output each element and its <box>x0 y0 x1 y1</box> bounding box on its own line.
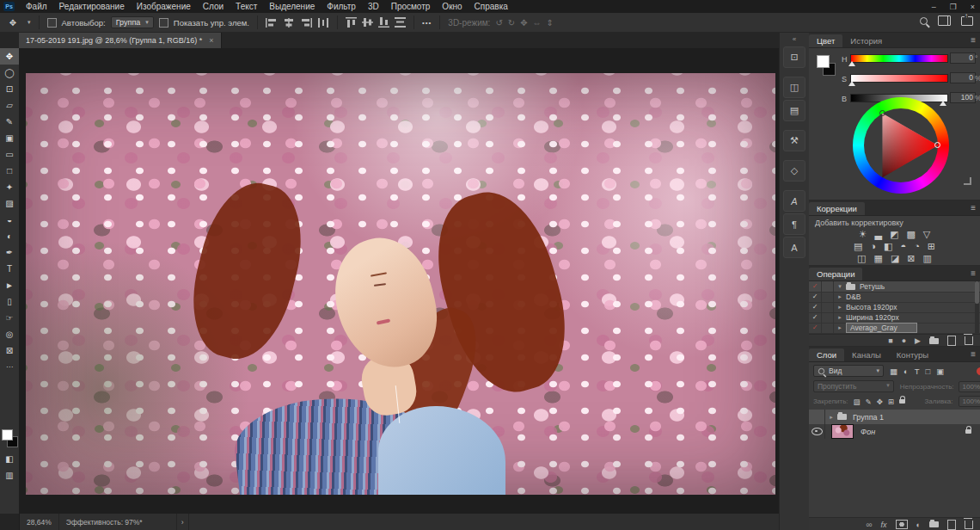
zoom-tool[interactable]: ◎ <box>0 326 19 342</box>
dodge-tool[interactable]: ◐ <box>0 228 19 244</box>
begin-recording-icon[interactable]: ● <box>902 336 906 345</box>
fill-value[interactable]: 100% <box>959 396 980 407</box>
action-dialog-toggle[interactable] <box>822 323 834 333</box>
screen-mode-button[interactable]: ▥ <box>0 467 19 484</box>
close-tab-icon[interactable]: × <box>209 36 213 45</box>
current-tool-icon[interactable]: ✥ <box>3 15 22 30</box>
tab-history[interactable]: История <box>842 34 890 47</box>
align-left-icon[interactable] <box>266 18 278 28</box>
delete-layer-icon[interactable] <box>965 521 973 529</box>
tool-preset-caret-icon[interactable]: ▾ <box>28 19 31 26</box>
expander-icon[interactable]: ▸ <box>834 293 846 300</box>
filter-adjustment-layers-icon[interactable]: ◐ <box>903 367 909 376</box>
actions-scrollbar[interactable] <box>975 281 979 333</box>
lock-position-icon[interactable]: ✥ <box>877 398 883 406</box>
action-check-icon[interactable]: ✓ <box>809 323 822 333</box>
document-tab[interactable]: 17-05-2019 191.jpg @ 28,6% (Группа 1, RG… <box>19 33 222 48</box>
close-button[interactable]: × <box>971 3 975 11</box>
align-top-icon[interactable] <box>346 17 357 28</box>
curves-icon[interactable]: ◩ <box>890 229 898 240</box>
action-name[interactable]: Высота 1920px <box>846 303 897 311</box>
expander-icon[interactable]: ▸ <box>825 414 837 421</box>
exposure-icon[interactable]: ▩ <box>906 229 915 240</box>
color-balance-icon[interactable]: ◑ <box>870 241 876 252</box>
layer-name[interactable]: Фон <box>861 428 875 436</box>
layer-name[interactable]: Группа 1 <box>853 413 884 422</box>
opacity-value[interactable]: 100% <box>959 381 980 392</box>
foreground-color-swatch[interactable] <box>2 429 13 441</box>
canvas-area[interactable] <box>19 48 779 514</box>
align-center-horizontal-icon[interactable] <box>283 18 295 28</box>
add-layer-mask-icon[interactable] <box>896 520 908 529</box>
action-name[interactable]: Ширина 1920px <box>846 313 899 322</box>
brightness-slider-thumb[interactable] <box>940 101 946 106</box>
clone-stamp-tool[interactable]: ▣ <box>0 130 19 146</box>
action-dialog-toggle[interactable] <box>822 312 834 323</box>
black-white-icon[interactable]: ◧ <box>884 241 892 252</box>
gradient-tool[interactable]: ▨ <box>0 195 19 212</box>
brightness-contrast-icon[interactable]: ☀ <box>859 229 867 240</box>
channel-mixer-icon[interactable]: ◔ <box>914 241 920 252</box>
autoselect-target-select[interactable]: Группа ▾ <box>111 16 154 28</box>
type-tool[interactable]: Т <box>0 261 19 277</box>
foreground-color-swatch[interactable] <box>817 55 830 68</box>
color-wheel[interactable] <box>853 97 949 194</box>
menu-select[interactable]: Выделение <box>263 0 321 13</box>
panel-menu-icon[interactable]: ≡ <box>971 349 976 359</box>
action-check-icon[interactable]: ✓ <box>809 292 822 302</box>
marquee-tool[interactable]: □ <box>0 163 19 179</box>
panel-menu-icon[interactable]: ≡ <box>971 268 976 278</box>
shape-tool[interactable]: ▯ <box>0 293 19 310</box>
paragraph-panel-icon[interactable]: ¶ <box>783 213 805 235</box>
action-check-icon[interactable]: ✓ <box>809 281 822 292</box>
menu-layers[interactable]: Слои <box>197 0 230 13</box>
lasso-tool[interactable]: ◯ <box>0 65 19 81</box>
expander-icon[interactable]: ▸ <box>834 324 846 331</box>
lock-transparency-icon[interactable]: ▨ <box>854 398 861 406</box>
visibility-toggle[interactable] <box>809 424 825 439</box>
new-layer-icon[interactable] <box>947 520 956 530</box>
distribute-horizontal-icon[interactable] <box>317 18 329 28</box>
new-group-icon[interactable] <box>929 521 939 527</box>
pen-tool[interactable]: ✒ <box>0 244 19 261</box>
eraser-tool[interactable]: ▭ <box>0 146 19 163</box>
info-panel-icon[interactable]: ▤ <box>783 100 805 121</box>
hue-value[interactable]: 0 <box>950 52 976 64</box>
search-icon[interactable] <box>920 17 928 25</box>
gradient-map-icon[interactable]: ▥ <box>923 253 932 264</box>
action-name[interactable]: Average_Gray <box>846 323 917 333</box>
brush-tool[interactable]: ✎ <box>0 114 19 130</box>
zoom-level[interactable]: 28,64% <box>20 514 59 530</box>
tab-adjustments[interactable]: Коррекции <box>809 202 865 215</box>
frame-tool[interactable]: ⊠ <box>0 342 19 359</box>
photo-woman-in-blossoms[interactable] <box>26 73 775 495</box>
expander-icon[interactable]: ▸ <box>834 314 846 321</box>
triangle-selector[interactable] <box>879 110 885 116</box>
filter-shape-layers-icon[interactable]: □ <box>926 367 931 376</box>
action-set-name[interactable]: Ретушь <box>860 282 885 291</box>
hue-slider[interactable] <box>850 54 948 63</box>
saturation-slider[interactable] <box>850 74 948 83</box>
panel-menu-icon[interactable]: ≡ <box>971 35 976 45</box>
new-action-set-icon[interactable] <box>929 338 939 344</box>
photo-filter-icon[interactable]: ◓ <box>900 241 906 252</box>
3d-scale-icon[interactable]: ⇕ <box>547 18 554 28</box>
autoselect-checkbox[interactable] <box>47 18 57 28</box>
3d-roll-icon[interactable]: ↻ <box>508 18 515 28</box>
hue-ring-selector[interactable] <box>934 142 940 148</box>
move-tool[interactable]: ✥ <box>0 48 19 65</box>
levels-icon[interactable]: ▃ <box>875 229 882 240</box>
panel-menu-icon[interactable]: ≡ <box>971 203 976 213</box>
filtering-toggle[interactable] <box>977 367 980 375</box>
align-middle-icon[interactable] <box>362 17 373 28</box>
selective-color-icon[interactable]: ⊠ <box>907 253 915 264</box>
3d-panel-icon[interactable]: ◇ <box>783 160 805 182</box>
lock-pixels-icon[interactable]: ✎ <box>866 398 872 406</box>
path-selection-tool[interactable]: ► <box>0 277 19 293</box>
action-check-icon[interactable]: ✓ <box>809 302 822 312</box>
character-panel-icon[interactable]: A <box>783 237 805 258</box>
saturation-value[interactable]: 0 <box>950 72 976 83</box>
status-options-arrow[interactable]: › <box>177 514 189 530</box>
hue-slider-thumb[interactable] <box>848 61 855 66</box>
filter-pixel-layers-icon[interactable]: ▦ <box>890 367 897 376</box>
